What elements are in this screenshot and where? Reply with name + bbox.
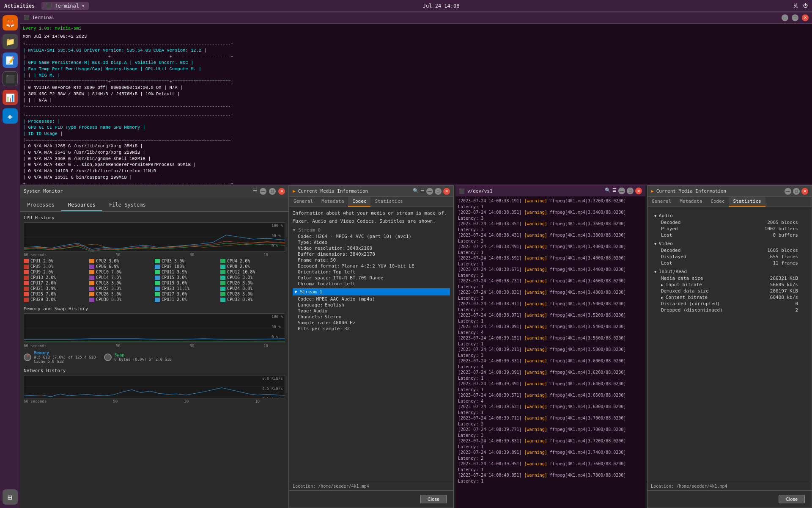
sysmon-menu-icon[interactable]: ☰: [253, 188, 257, 195]
vlc-stream0-prop-8: Chroma location: Left: [298, 281, 450, 287]
mem-time-30: 30: [190, 344, 195, 348]
vlc-codec-close[interactable]: ✕: [443, 188, 450, 195]
sidebar-firefox-icon[interactable]: 🦊: [3, 15, 18, 30]
sidebar-files-icon[interactable]: 📁: [3, 34, 18, 49]
ffmpeg-titlebar: ⬛ v/dev/vs1 🔍 ☰ — □ ✕: [455, 185, 645, 196]
stats-discarded: Discarded (corrupted) 0: [654, 301, 805, 307]
mem-time-10: 10: [263, 344, 268, 348]
stats-content-bitrate-subsection[interactable]: Content bitrate 60408 kb/s: [654, 294, 805, 301]
cpu-legend-item-31: CPU31 2.0%: [155, 297, 219, 302]
cpu-legend-item-9: CPU9 2.0%: [24, 270, 88, 274]
cpu-legend-item-7: CPU7 100%: [155, 264, 219, 269]
stats-media-size-label: Media data size: [661, 276, 703, 281]
ffmpeg-log-line: [2023-07-24 14:08:39.491] [warning] ffmp…: [458, 381, 643, 392]
tab-resources[interactable]: Resources: [61, 199, 102, 211]
vlc-codec-close-btn[interactable]: Close: [420, 495, 447, 503]
net-time-10: 10: [255, 399, 260, 403]
vlc-codec-footer: Location: /home/seeder/4k1.mp4: [289, 482, 453, 490]
ffmpeg-search-icon[interactable]: 🔍: [605, 188, 611, 194]
sidebar-monitor-icon[interactable]: 📊: [3, 90, 18, 105]
ffmpeg-close[interactable]: ✕: [635, 188, 642, 194]
cpu-legend-item-10: CPU10 7.0%: [89, 270, 154, 274]
stats-audio-decoded-val: 2005 blocks: [767, 220, 798, 225]
swap-label: Swap: [114, 353, 171, 357]
vlc-stream1-prop-4: Sample rate: 48000 Hz: [298, 320, 450, 326]
cpu-legend-item-27: CPU27 3.0%: [155, 292, 219, 296]
stats-dropped-val: 2: [795, 307, 798, 313]
vlc-stats-tab-statistics[interactable]: Statistics: [729, 197, 765, 207]
vlc-stats-tab-metadata[interactable]: Metadata: [675, 197, 706, 207]
sidebar-vscode-icon[interactable]: ◈: [3, 108, 18, 124]
stats-input-bitrate-subsection[interactable]: Input bitrate 56685 kb/s: [654, 282, 805, 288]
cpu-legend-item-24: CPU24 8.8%: [220, 286, 285, 291]
stats-demuxed: Demuxed data size 266197 KiB: [654, 288, 805, 294]
stats-video-header[interactable]: Video: [654, 240, 805, 247]
sysmon-tabs: Processes Resources File Systems: [20, 197, 288, 212]
ffmpeg-maximize[interactable]: □: [627, 188, 634, 194]
stats-video-displayed: Displayed 655 frames: [654, 254, 805, 260]
cpu-legend-item-17: CPU17 2.0%: [24, 281, 88, 285]
sysmon-titlebar: System Monitor ☰ — □ ✕: [20, 185, 288, 197]
vlc-stats-close[interactable]: ✕: [801, 188, 808, 195]
stats-io-header[interactable]: Input/Read: [654, 268, 805, 275]
sidebar-apps-icon[interactable]: ⊞: [3, 489, 18, 505]
sidebar-text-icon[interactable]: 📝: [3, 52, 18, 68]
power-icon[interactable]: ⏻: [803, 3, 808, 8]
stats-video-lost-label: Lost: [661, 260, 672, 266]
smi-col1: | NVIDIA-SMI 535.54.03 Driver Version: 5…: [23, 47, 809, 54]
smi-gpu-row3: | | | N/A |: [23, 97, 809, 104]
vlc-tab-statistics[interactable]: Statistics: [370, 197, 407, 207]
sysmon-minimize[interactable]: —: [260, 188, 266, 195]
ffmpeg-minimize[interactable]: —: [618, 188, 625, 194]
vlc-stream0-prop-6: Orientation: Top left: [298, 269, 450, 275]
ffmpeg-log-line: [2023-07-24 14:08:39.951] [warning] ffmp…: [458, 461, 643, 472]
sysmon-close[interactable]: ✕: [278, 188, 285, 195]
tab-processes[interactable]: Processes: [20, 199, 61, 211]
cpu-legend-item-32: CPU32 8.9%: [220, 297, 285, 302]
vlc-tab-codec[interactable]: Codec: [348, 197, 370, 207]
vlc-stats-maximize[interactable]: □: [793, 188, 800, 195]
vlc-stream0-prop-2: Video resolution: 3840x2160: [298, 246, 450, 251]
vlc-stats-minimize[interactable]: —: [785, 188, 791, 195]
net-section: Network History 9.0 KiB/s 4.5 KiB/s 0 by…: [24, 368, 285, 403]
ffmpeg-log-line: [2023-07-24 14:08:39.091] [warning] ffmp…: [458, 324, 643, 335]
maximize-button[interactable]: □: [792, 14, 798, 21]
sysmon-maximize[interactable]: □: [269, 188, 276, 195]
tab-filesystems[interactable]: File Systems: [102, 199, 153, 211]
vlc-stats-tab-codec[interactable]: Codec: [706, 197, 729, 207]
sidebar-terminal-icon[interactable]: ⬛: [3, 71, 18, 86]
cpu-legend-item-2: CPU2 3.0%: [89, 259, 154, 263]
cpu-legend-item-29: CPU29 3.0%: [24, 297, 88, 302]
vlc-codec-minimize[interactable]: —: [426, 188, 433, 195]
terminal-dropdown-arrow[interactable]: ▾: [82, 3, 85, 9]
vlc-tab-general[interactable]: General: [289, 197, 317, 207]
terminal-tab-label: Terminal: [55, 3, 79, 9]
vlc-codec-maximize[interactable]: □: [435, 188, 442, 195]
lang-indicator[interactable]: 英: [793, 3, 798, 9]
cpu-chart-area: 100 % 50 % 0 %: [24, 222, 285, 252]
memory-item: Memory 9.5 GiB (7.6%) of 125.4 GiB Cache…: [24, 351, 96, 364]
vlc-tab-metadata[interactable]: Metadata: [317, 197, 348, 207]
mem-100-label: 100 %: [272, 315, 283, 319]
vlc-stats-tab-general[interactable]: General: [647, 197, 675, 207]
close-button[interactable]: ✕: [802, 14, 809, 21]
vlc-search-icon[interactable]: 🔍: [413, 188, 419, 195]
vlc-menu-icon[interactable]: ☰: [420, 188, 425, 195]
activities-button[interactable]: Activities: [4, 3, 35, 9]
vlc-stats-close-btn[interactable]: Close: [779, 495, 805, 503]
smi-header2: Mon Jul 24 14:08:42 2023: [23, 33, 809, 40]
main-layout: 🦊 📁 📝 ⬛ 📊 ◈ ⊞ ⬛ Terminal — □ ✕: [0, 12, 812, 508]
minimize-button[interactable]: —: [782, 14, 788, 21]
stats-audio-header[interactable]: Audio: [654, 212, 805, 219]
stats-content-bitrate-val: 60408 kb/s: [770, 295, 798, 300]
ffmpeg-log-line: [2023-07-24 14:08:38.351] [warning] ffmp…: [458, 210, 643, 221]
net-chart-labels: 9.0 KiB/s 4.5 KiB/s 0 bytes/s: [262, 376, 283, 398]
terminal-tab[interactable]: ⬛ Terminal ▾: [41, 2, 89, 10]
vlc-codec-intro: Information about what your media or str…: [293, 210, 450, 216]
cpu-chart-labels: 100 % 50 % 0 %: [272, 224, 283, 248]
topbar-datetime: Jul 24 14:08: [423, 3, 460, 9]
swap-item: Swap 0 bytes (0.0%) of 2.0 GiB: [104, 351, 171, 364]
net-max-label: 9.0 KiB/s: [262, 376, 283, 381]
vlc-stream1-label: Stream 1: [300, 289, 322, 295]
ffmpeg-menu-icon[interactable]: ☰: [612, 188, 617, 194]
